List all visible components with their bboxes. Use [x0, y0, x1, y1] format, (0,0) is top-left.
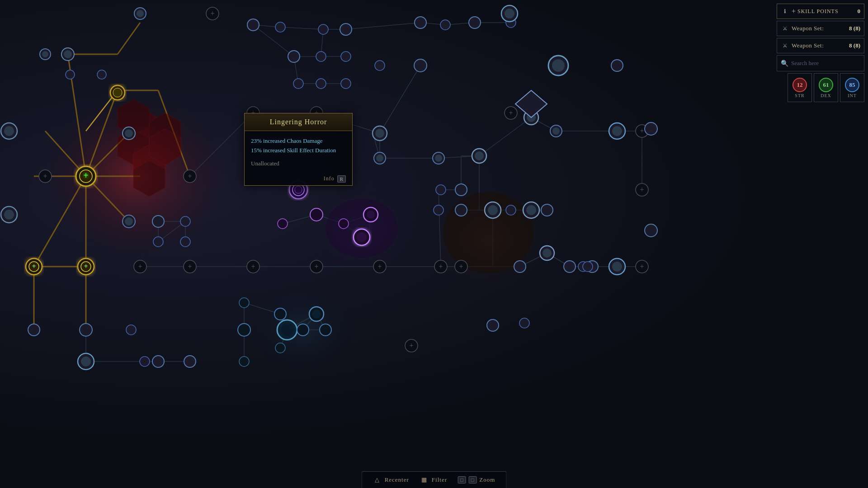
weapon-set-2-value: 8 (8): [849, 42, 860, 49]
ui-panel: ℹ + Skill Points 0 ⚔ Weapon Set: 8 (8) ⚔…: [773, 0, 868, 106]
node-mid-6[interactable]: [341, 79, 351, 89]
int-badge[interactable]: 85 INT: [840, 73, 864, 102]
node-teal-7[interactable]: [320, 324, 331, 336]
node-top-right-sm[interactable]: [583, 262, 593, 272]
weapon-set-2-icon: ⚔: [781, 42, 789, 50]
node-mid-2[interactable]: [316, 52, 326, 61]
svg-point-113: [113, 88, 122, 97]
svg-point-143: [542, 249, 552, 258]
node-purple-2[interactable]: [310, 208, 323, 221]
svg-point-152: [281, 324, 293, 336]
node-far-right-2[interactable]: [645, 224, 657, 237]
node-bottom-row-3[interactable]: [152, 356, 164, 367]
svg-text:+: +: [43, 172, 47, 180]
stats-row: 12 STR 61 DEX 85 INT: [777, 73, 864, 102]
node-teal-5[interactable]: [297, 324, 309, 336]
svg-text:+: +: [251, 263, 255, 270]
node-right-cluster-3[interactable]: [506, 205, 516, 215]
node-small-2[interactable]: [97, 70, 106, 79]
skill-tree-canvas: + + + + + +: [0, 0, 868, 488]
node-mid-3[interactable]: [341, 52, 351, 61]
recenter-button[interactable]: △ Recenter: [373, 475, 409, 484]
str-value: 12: [797, 81, 803, 89]
node-teal-4[interactable]: [274, 308, 286, 320]
node-right-2[interactable]: [414, 59, 427, 72]
node-mid-5[interactable]: [316, 79, 326, 89]
search-bar[interactable]: 🔍: [777, 55, 864, 71]
node-teal-3[interactable]: [239, 357, 249, 366]
svg-text:+: +: [188, 172, 192, 180]
node-right-cluster-5[interactable]: [541, 204, 553, 216]
zoom-key-2[interactable]: □: [469, 476, 477, 483]
node-lower-right-1[interactable]: [514, 261, 526, 272]
node-bottom-1[interactable]: [152, 216, 164, 227]
node-diamond-1[interactable]: [515, 90, 547, 117]
node-teal-1[interactable]: [239, 298, 249, 308]
node-bottom-3[interactable]: [153, 237, 163, 247]
node-top-3[interactable]: [275, 22, 285, 32]
zoom-key-1[interactable]: □: [458, 476, 466, 483]
dex-badge[interactable]: 61 DEX: [814, 73, 838, 102]
tooltip-info-key[interactable]: R: [337, 175, 346, 183]
node-scattered-1[interactable]: [126, 325, 136, 335]
weapon-set-1-row[interactable]: ⚔ Weapon Set: 8 (8): [777, 21, 864, 36]
tooltip-info-label[interactable]: Info: [324, 175, 335, 182]
node-top-6[interactable]: [415, 17, 426, 28]
svg-point-131: [552, 59, 565, 72]
int-circle: 85: [845, 78, 859, 92]
node-mid-1[interactable]: [288, 51, 300, 62]
node-far-left-bottom[interactable]: [28, 324, 40, 336]
node-scattered-2[interactable]: [140, 357, 150, 366]
node-mid-4[interactable]: [293, 79, 303, 89]
node-right-cluster-1[interactable]: [455, 204, 467, 216]
node-mid-right-1[interactable]: [455, 184, 467, 196]
node-bottom-row-1[interactable]: [80, 324, 92, 336]
hub-node-lower[interactable]: +: [78, 258, 94, 275]
zoom-button[interactable]: □ □ Zoom: [458, 476, 495, 483]
tooltip-body: 23% increased Chaos Damage 15% increased…: [245, 131, 352, 173]
node-small-1[interactable]: [66, 70, 75, 79]
node-top-8[interactable]: [469, 17, 481, 28]
node-teal-8[interactable]: [275, 343, 285, 353]
search-input[interactable]: [791, 60, 860, 67]
svg-point-116: [137, 10, 144, 17]
filter-button[interactable]: ▦ Filter: [420, 475, 447, 484]
svg-text:+: +: [84, 263, 88, 270]
node-top-4[interactable]: [318, 24, 328, 34]
node-lower-scattered-1[interactable]: [519, 318, 529, 328]
tooltip-title: Lingering Horror: [270, 118, 327, 126]
hub-node-center[interactable]: +: [76, 166, 96, 186]
node-teal-2[interactable]: [238, 324, 250, 336]
weapon-set-2-label: Weapon Set:: [792, 42, 849, 49]
node-cluster-lower-1[interactable]: [434, 205, 443, 215]
node-bottom-4[interactable]: [180, 237, 190, 247]
svg-point-136: [435, 155, 442, 162]
node-purple-1[interactable]: [278, 219, 288, 229]
recenter-label: Recenter: [385, 476, 409, 483]
node-top-7[interactable]: [440, 20, 450, 30]
weapon-set-2-row[interactable]: ⚔ Weapon Set: 8 (8): [777, 38, 864, 53]
svg-point-129: [4, 210, 14, 220]
node-bottom-2[interactable]: [180, 216, 190, 226]
svg-text:+: +: [640, 127, 644, 135]
svg-point-128: [4, 126, 14, 136]
skill-points-row: ℹ + Skill Points 0: [777, 4, 864, 19]
str-badge[interactable]: 12 STR: [788, 73, 812, 102]
node-top-2[interactable]: [247, 19, 259, 31]
node-far-right-1[interactable]: [645, 122, 657, 135]
node-bottom-row-4[interactable]: [184, 356, 196, 367]
tooltip-footer: Info R: [245, 173, 352, 185]
skill-points-value: 0: [858, 8, 861, 15]
node-right-top-1[interactable]: [611, 60, 623, 71]
node-top-5[interactable]: [340, 23, 352, 35]
node-lower-scattered-2[interactable]: [487, 319, 499, 331]
node-right-1[interactable]: [375, 61, 385, 70]
hub-node-left[interactable]: +: [26, 258, 42, 275]
svg-point-114: [125, 129, 133, 137]
svg-point-148: [292, 184, 304, 196]
svg-point-141: [488, 205, 498, 215]
node-purple-3[interactable]: [339, 219, 349, 229]
svg-point-112: [42, 51, 48, 57]
node-lower-right-3[interactable]: [564, 261, 576, 272]
node-mid-right-2[interactable]: [436, 185, 446, 195]
